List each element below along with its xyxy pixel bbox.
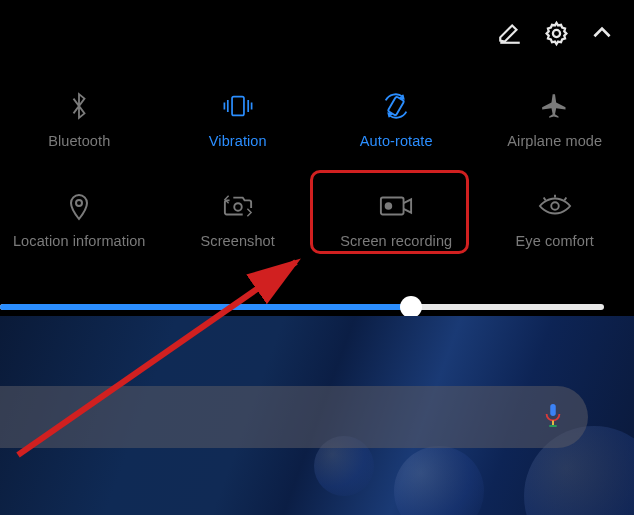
tile-label: Bluetooth <box>48 133 110 149</box>
search-bar[interactable] <box>0 386 588 448</box>
quick-settings-topbar <box>0 0 634 66</box>
tile-airplane-mode[interactable]: Airplane mode <box>476 76 635 164</box>
quick-settings-grid: Bluetooth Vibration Auto-rotate Airplane <box>0 66 634 282</box>
bluetooth-icon <box>68 91 90 121</box>
airplane-icon <box>541 91 569 121</box>
screenshot-icon <box>223 191 253 221</box>
svg-rect-2 <box>388 96 405 115</box>
brightness-slider[interactable] <box>0 304 604 310</box>
tile-label: Airplane mode <box>507 133 602 149</box>
gear-icon[interactable] <box>542 19 570 47</box>
tile-label: Eye comfort <box>516 233 594 249</box>
edit-icon[interactable] <box>496 19 524 47</box>
svg-rect-5 <box>381 198 404 215</box>
svg-point-0 <box>552 29 559 36</box>
auto-rotate-icon <box>381 91 411 121</box>
brightness-slider-knob[interactable] <box>400 296 422 318</box>
tile-label: Auto-rotate <box>360 133 433 149</box>
svg-point-4 <box>234 203 242 211</box>
location-pin-icon <box>67 191 91 221</box>
tile-label: Location information <box>13 233 146 249</box>
home-wallpaper <box>0 316 634 515</box>
svg-point-3 <box>76 200 82 206</box>
brightness-slider-fill <box>0 304 411 310</box>
svg-point-7 <box>551 202 559 210</box>
tile-eye-comfort[interactable]: Eye comfort <box>476 176 635 264</box>
eye-icon <box>538 191 572 221</box>
svg-point-6 <box>386 203 392 209</box>
tile-location[interactable]: Location information <box>0 176 159 264</box>
tile-label: Vibration <box>209 133 267 149</box>
tile-label: Screenshot <box>201 233 275 249</box>
tile-auto-rotate[interactable]: Auto-rotate <box>317 76 476 164</box>
chevron-up-icon[interactable] <box>588 19 616 47</box>
screen-recording-icon <box>379 191 413 221</box>
mic-icon[interactable] <box>542 402 564 432</box>
tile-label: Screen recording <box>340 233 452 249</box>
svg-rect-8 <box>550 404 556 416</box>
svg-rect-1 <box>232 97 244 116</box>
tile-bluetooth[interactable]: Bluetooth <box>0 76 159 164</box>
tile-screenshot[interactable]: Screenshot <box>159 176 318 264</box>
tile-screen-recording[interactable]: Screen recording <box>317 176 476 264</box>
tile-vibration[interactable]: Vibration <box>159 76 318 164</box>
vibration-icon <box>221 91 255 121</box>
